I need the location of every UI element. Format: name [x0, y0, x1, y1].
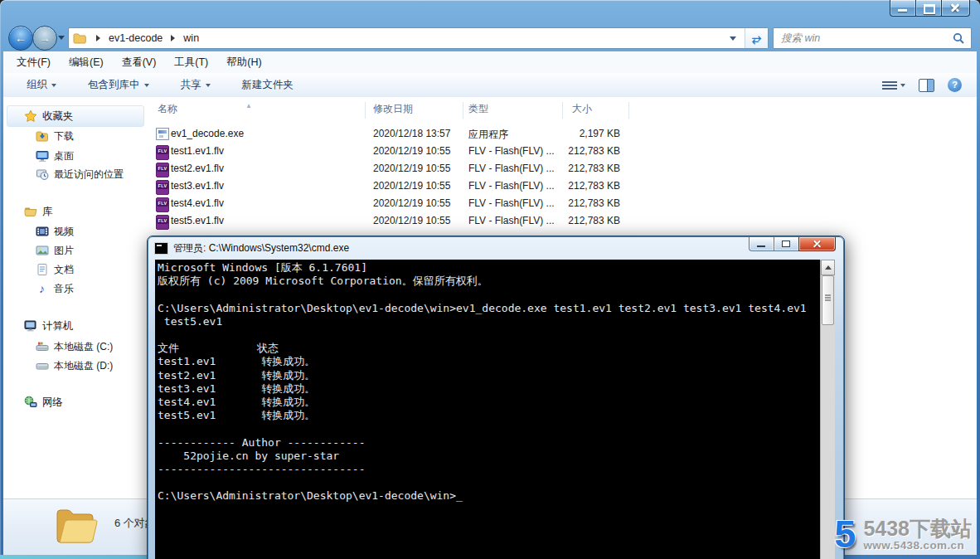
- sidebar-item-local-disk-d[interactable]: 本地磁盘 (D:): [35, 357, 113, 375]
- star-icon: [23, 109, 37, 123]
- back-button[interactable]: ←: [8, 26, 33, 51]
- command-bar: 组织 包含到库中 共享 新建文件夹 ?: [3, 73, 977, 98]
- downloads-icon: [35, 129, 49, 143]
- column-header-size[interactable]: 大小: [572, 102, 592, 116]
- console-output[interactable]: Microsoft Windows [版本 6.1.7601] 版权所有 (c)…: [158, 261, 818, 559]
- sidebar-item-music[interactable]: ♪ 音乐: [35, 280, 74, 298]
- sidebar-item-pictures[interactable]: 图片: [35, 241, 74, 260]
- watermark-url: www.5438.com.cn: [863, 539, 972, 552]
- change-view-button[interactable]: [886, 80, 905, 91]
- breadcrumb-segment[interactable]: win: [182, 32, 201, 44]
- search-icon[interactable]: [953, 32, 965, 45]
- cmd-window-controls: [750, 237, 836, 251]
- libraries-icon: [23, 205, 37, 218]
- history-dropdown-icon[interactable]: [58, 36, 65, 40]
- sidebar-item-network[interactable]: 网络: [23, 393, 63, 411]
- folder-icon: [73, 32, 86, 44]
- chevron-down-icon: [900, 84, 905, 87]
- navigation-bar: ← → ev1-decode win ⥂: [0, 25, 980, 51]
- drive-c-icon: [35, 340, 49, 353]
- close-button[interactable]: [941, 0, 970, 17]
- sidebar-item-computer[interactable]: 计算机: [23, 317, 74, 335]
- cmd-title-bar[interactable]: 管理员: C:\Windows\System32\cmd.exe: [148, 237, 843, 260]
- cmd-console: Microsoft Windows [版本 6.1.7601] 版权所有 (c)…: [155, 260, 835, 559]
- preview-pane-button[interactable]: [919, 79, 934, 92]
- forward-arrow-icon: →: [33, 32, 56, 45]
- menu-view[interactable]: 查看(V): [122, 56, 157, 70]
- music-icon: ♪: [35, 283, 49, 294]
- include-in-library-button[interactable]: 包含到库中: [88, 78, 149, 92]
- console-scrollbar[interactable]: [820, 260, 835, 559]
- table-row[interactable]: FLV test1.ev1.flv 2020/12/19 10:55 FLV -…: [148, 143, 977, 160]
- share-button[interactable]: 共享: [181, 78, 211, 92]
- network-icon: [23, 396, 37, 409]
- menu-help[interactable]: 帮助(H): [226, 56, 261, 70]
- cmd-restore-button[interactable]: [774, 237, 799, 251]
- cmd-close-button[interactable]: [798, 237, 836, 251]
- arrow-up-icon: [825, 265, 832, 270]
- screen: ← → ev1-decode win ⥂: [0, 0, 980, 559]
- cmd-window-title: 管理员: C:\Windows\System32\cmd.exe: [173, 241, 349, 255]
- flv-file-icon: FLV: [156, 145, 169, 160]
- sidebar-item-libraries[interactable]: 库: [23, 202, 53, 221]
- table-row[interactable]: ev1_decode.exe 2020/12/18 13:57 应用程序 2,1…: [148, 125, 977, 143]
- organize-button[interactable]: 组织: [27, 78, 56, 92]
- help-button[interactable]: ?: [948, 78, 962, 92]
- search-box: [773, 27, 972, 49]
- thumb-grip-icon: [825, 297, 831, 299]
- sidebar-item-documents[interactable]: 文档: [35, 260, 74, 279]
- column-header-name[interactable]: 名称: [158, 102, 177, 116]
- minimize-button[interactable]: [890, 0, 916, 17]
- table-row[interactable]: FLV test5.ev1.flv 2020/12/19 10:55 FLV -…: [148, 212, 977, 230]
- sidebar-item-recent-places[interactable]: 最近访问的位置: [35, 165, 124, 183]
- search-input[interactable]: [779, 32, 953, 45]
- breadcrumb-segment[interactable]: ev1-decode: [107, 32, 164, 44]
- minimize-icon: [898, 9, 907, 12]
- back-arrow-icon: ←: [9, 32, 32, 45]
- flv-file-icon: FLV: [156, 197, 169, 212]
- table-row[interactable]: FLV test3.ev1.flv 2020/12/19 10:55 FLV -…: [148, 177, 977, 195]
- breadcrumb[interactable]: ev1-decode win ⥂: [68, 27, 769, 49]
- navigation-pane: 收藏夹 下载 桌面 最近访问的位置: [3, 97, 148, 499]
- sidebar-item-downloads[interactable]: 下载: [35, 127, 74, 145]
- menu-bar: 文件(F) 编辑(E) 查看(V) 工具(T) 帮助(H): [3, 51, 977, 74]
- list-view-icon: [886, 80, 897, 91]
- column-header-type[interactable]: 类型: [468, 102, 488, 116]
- folder-icon: [55, 506, 98, 549]
- exe-file-icon: [156, 128, 169, 140]
- flv-file-icon: FLV: [156, 180, 169, 195]
- preview-pane-icon: [927, 80, 934, 91]
- menu-file[interactable]: 文件(F): [17, 56, 51, 70]
- watermark-site-name: 5438下载站: [863, 518, 972, 539]
- column-header-date[interactable]: 修改日期: [373, 102, 413, 116]
- table-row[interactable]: FLV test2.ev1.flv 2020/12/19 10:55 FLV -…: [148, 160, 977, 177]
- flv-file-icon: FLV: [156, 215, 169, 230]
- sidebar-item-favorites[interactable]: 收藏夹: [23, 107, 74, 125]
- maximize-button[interactable]: [915, 0, 942, 17]
- menu-tools[interactable]: 工具(T): [174, 56, 208, 70]
- table-row[interactable]: FLV test4.ev1.flv 2020/12/19 10:55 FLV -…: [148, 195, 977, 212]
- breadcrumb-chevron-icon: [96, 35, 100, 41]
- refresh-button[interactable]: ⥂: [745, 28, 768, 48]
- flv-file-icon: FLV: [156, 163, 169, 177]
- videos-icon: [35, 225, 49, 238]
- cmd-minimize-button[interactable]: [749, 237, 774, 251]
- computer-icon: [23, 319, 37, 333]
- sidebar-item-desktop[interactable]: 桌面: [35, 147, 74, 165]
- address-dropdown-icon[interactable]: [730, 36, 736, 41]
- documents-icon: [35, 263, 49, 276]
- scrollbar-thumb[interactable]: [822, 275, 834, 325]
- forward-button[interactable]: →: [32, 26, 57, 51]
- chevron-down-icon: [51, 84, 56, 87]
- sidebar-item-videos[interactable]: 视频: [35, 222, 74, 241]
- drive-d-icon: [35, 359, 49, 372]
- chevron-down-icon: [144, 84, 149, 87]
- new-folder-button[interactable]: 新建文件夹: [242, 78, 294, 92]
- column-headers: ▲ 名称 修改日期 类型 大小: [148, 97, 977, 119]
- cmd-window: 管理员: C:\Windows\System32\cmd.exe Microso…: [148, 236, 844, 559]
- chevron-down-icon: [206, 84, 211, 87]
- recent-places-icon: [35, 168, 49, 181]
- scroll-up-button[interactable]: [821, 260, 835, 275]
- sidebar-item-local-disk-c[interactable]: 本地磁盘 (C:): [35, 338, 113, 356]
- menu-edit[interactable]: 编辑(E): [69, 56, 104, 70]
